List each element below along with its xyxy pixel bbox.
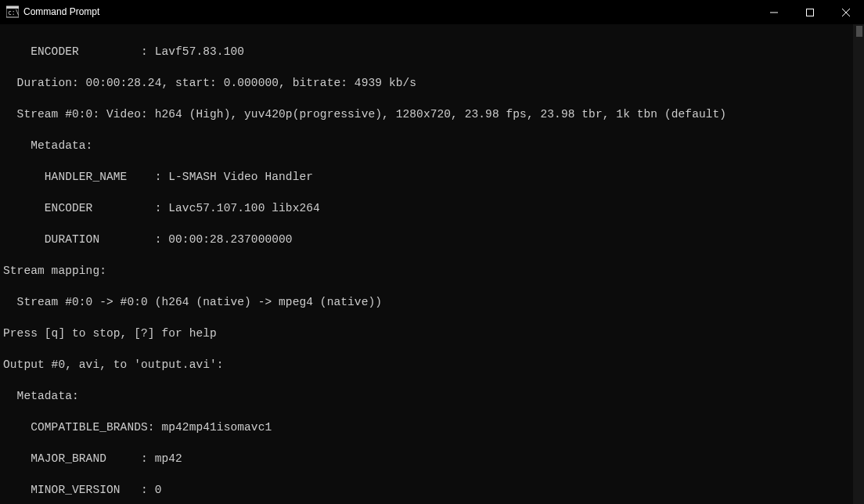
output-line: Metadata: bbox=[3, 138, 864, 153]
svg-text:c:\: c:\ bbox=[8, 9, 19, 16]
svg-rect-4 bbox=[807, 9, 814, 16]
output-line: Output #0, avi, to 'output.avi': bbox=[3, 357, 864, 373]
scrollbar-track[interactable] bbox=[853, 24, 864, 504]
output-line: Stream #0:0 -> #0:0 (h264 (native) -> mp… bbox=[3, 294, 864, 310]
output-line: Metadata: bbox=[3, 388, 864, 404]
output-line: MINOR_VERSION : 0 bbox=[3, 482, 864, 498]
terminal-output[interactable]: ENCODER : Lavf57.83.100 Duration: 00:00:… bbox=[0, 24, 864, 504]
output-line: ENCODER : Lavc57.107.100 libx264 bbox=[3, 200, 864, 216]
output-line: Stream mapping: bbox=[3, 263, 864, 279]
maximize-button[interactable] bbox=[792, 0, 828, 24]
window-controls bbox=[756, 0, 864, 23]
output-line: MAJOR_BRAND : mp42 bbox=[3, 451, 864, 466]
scrollbar-thumb[interactable] bbox=[856, 26, 862, 37]
window-titlebar: c:\ Command Prompt bbox=[0, 0, 864, 24]
window-title: Command Prompt bbox=[23, 6, 756, 17]
svg-rect-1 bbox=[6, 6, 19, 9]
output-line: Stream #0:0: Video: h264 (High), yuv420p… bbox=[3, 106, 864, 122]
output-line: Press [q] to stop, [?] for help bbox=[3, 326, 864, 341]
output-line: Duration: 00:00:28.24, start: 0.000000, … bbox=[3, 75, 864, 91]
output-line: ENCODER : Lavf57.83.100 bbox=[3, 44, 864, 59]
output-line: HANDLER_NAME : L-SMASH Video Handler bbox=[3, 169, 864, 185]
output-line: DURATION : 00:00:28.237000000 bbox=[3, 232, 864, 247]
minimize-button[interactable] bbox=[756, 0, 792, 24]
close-button[interactable] bbox=[828, 0, 864, 24]
cmd-icon: c:\ bbox=[6, 5, 19, 18]
output-line: COMPATIBLE_BRANDS: mp42mp41isomavc1 bbox=[3, 419, 864, 435]
